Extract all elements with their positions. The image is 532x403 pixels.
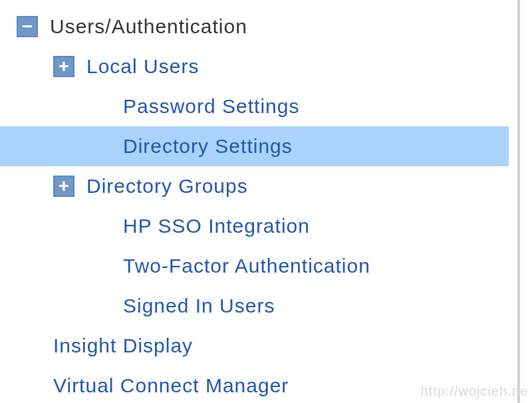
tree-item-label: Password Settings [123,86,509,126]
tree-item-label: Users/Authentication [50,7,509,47]
tree-item-users-authentication[interactable]: − Users/Authentication [17,7,509,47]
tree-item-directory-groups[interactable]: + Directory Groups [17,166,509,206]
tree-item-two-factor-authentication[interactable]: Two-Factor Authentication [17,246,509,286]
tree-item-label: Directory Groups [86,166,509,206]
tree-item-directory-settings[interactable]: Directory Settings [0,126,509,166]
tree-item-signed-in-users[interactable]: Signed In Users [17,286,509,326]
tree-item-label: Local Users [86,47,509,86]
tree-item-insight-display[interactable]: Insight Display [17,326,509,366]
pane-divider[interactable] [517,0,520,403]
watermark: http://wojcieh.ne [420,384,528,399]
tree-item-label: Two-Factor Authentication [123,246,509,286]
tree-item-label: Signed In Users [123,286,509,326]
tree-item-local-users[interactable]: + Local Users [17,47,509,86]
nav-tree: − Users/Authentication + Local Users Pas… [0,0,509,403]
collapse-icon[interactable]: − [17,16,38,37]
tree-item-password-settings[interactable]: Password Settings [17,86,509,126]
tree-item-label: Insight Display [53,326,509,366]
tree-item-label: Directory Settings [123,126,509,166]
expand-icon[interactable]: + [53,56,74,77]
tree-item-hp-sso-integration[interactable]: HP SSO Integration [17,206,509,246]
tree-item-label: HP SSO Integration [123,206,509,246]
expand-icon[interactable]: + [53,176,74,197]
